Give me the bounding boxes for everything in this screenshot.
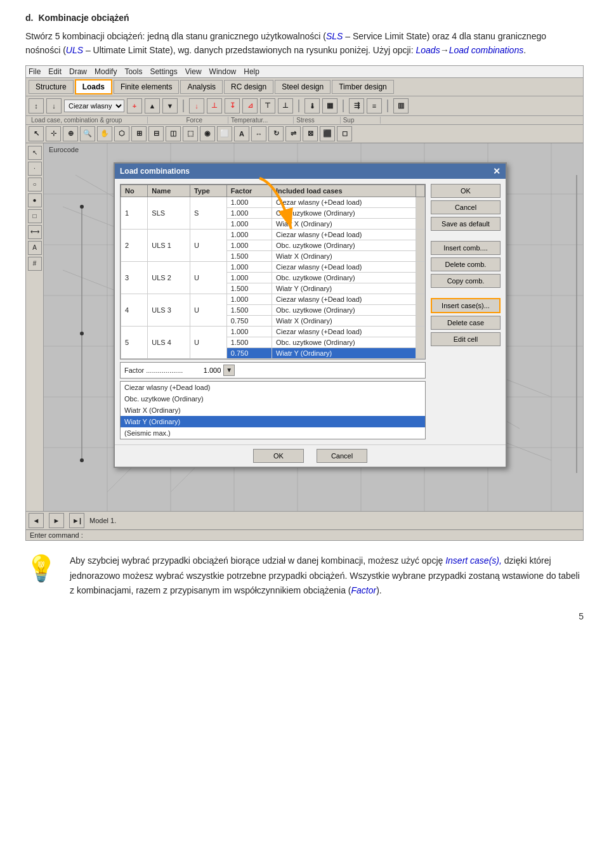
icon2-grid[interactable]: ⊞ xyxy=(131,126,147,141)
load-case-item[interactable]: Ciezar wlasny (+Dead load) xyxy=(121,382,425,393)
insert-comb-button[interactable]: Insert comb.... xyxy=(431,241,501,255)
load-case-dropdown[interactable]: Ciezar wlasny xyxy=(64,100,124,112)
nav-prev[interactable]: ◄ xyxy=(29,513,44,528)
icon-temp2[interactable]: ▦ xyxy=(322,98,337,113)
table-row[interactable]: 4 ULS 3 U 1.000 Ciezar wlasny (+Dead loa… xyxy=(121,294,425,304)
factor-dropdown-btn[interactable]: ▼ xyxy=(223,365,235,376)
sidebar-hash[interactable]: # xyxy=(28,257,42,271)
icon-force2[interactable]: ⊥ xyxy=(207,98,222,113)
sidebar-circle[interactable]: ○ xyxy=(28,178,42,191)
table-row[interactable]: 5 ULS 4 U 1.000 Ciezar wlasny (+Dead loa… xyxy=(121,326,425,337)
sidebar-dot[interactable]: ● xyxy=(28,193,42,207)
save-as-default-button[interactable]: Save as default xyxy=(431,217,501,231)
menu-file[interactable]: File xyxy=(29,67,41,76)
icon2-rotate[interactable]: ↻ xyxy=(268,126,284,141)
insert-cases-button[interactable]: Insert case(s)... xyxy=(431,298,501,313)
load-case-item[interactable]: Obc. uzytkowe (Ordinary) xyxy=(121,393,425,405)
icon-add-load[interactable]: + xyxy=(127,98,142,113)
icon-load-down[interactable]: ↓ xyxy=(46,98,62,113)
dialog-ok-bottom[interactable]: OK xyxy=(253,449,304,463)
label-force: Force xyxy=(148,117,228,124)
icon2-import[interactable]: ◻ xyxy=(337,126,352,141)
menu-tools[interactable]: Tools xyxy=(124,67,142,76)
menu-modify[interactable]: Modify xyxy=(95,67,117,76)
menu-edit[interactable]: Edit xyxy=(48,67,62,76)
icon2-dimension[interactable]: ↔ xyxy=(251,126,266,141)
tab-structure[interactable]: Structure xyxy=(29,80,74,94)
load-case-item[interactable]: (Seismic max.) xyxy=(121,427,425,439)
icon-temp1[interactable]: 🌡 xyxy=(304,98,320,113)
menu-window[interactable]: Window xyxy=(209,67,237,76)
cancel-button[interactable]: Cancel xyxy=(431,200,501,214)
icon2-layer[interactable]: ◫ xyxy=(166,126,181,141)
icon-arrow-down[interactable]: ▼ xyxy=(162,98,178,113)
sidebar-rect[interactable]: □ xyxy=(28,209,42,223)
copy-comb-button[interactable]: Copy comb. xyxy=(431,274,501,288)
menu-help[interactable]: Help xyxy=(244,67,259,76)
icon2-mirror[interactable]: ⇌ xyxy=(285,126,301,141)
tab-rc-design[interactable]: RC design xyxy=(224,80,273,94)
icon2-array[interactable]: ⊠ xyxy=(303,126,318,141)
edit-cell-button[interactable]: Edit cell xyxy=(431,332,501,346)
table-row[interactable]: 1 SLS S 1.000 Ciezar wlasny (+Dead load) xyxy=(121,197,425,207)
icon-force5[interactable]: ⊤ xyxy=(260,98,275,113)
dialog-close-button[interactable]: ✕ xyxy=(493,166,501,176)
icon-load-up-down[interactable]: ↕ xyxy=(29,98,44,113)
icon2-section[interactable]: ⬜ xyxy=(217,126,232,141)
menu-view[interactable]: View xyxy=(185,67,202,76)
icon2-text[interactable]: A xyxy=(234,126,249,141)
icon2-3d[interactable]: ⬚ xyxy=(183,126,198,141)
icon2-pan[interactable]: ✋ xyxy=(97,126,112,141)
tab-analysis[interactable]: Analysis xyxy=(180,80,223,94)
cell-case: Ciezar wlasny (+Dead load) xyxy=(272,261,416,272)
dialog-content: No Name Type Factor Included load cases xyxy=(115,179,506,444)
cell-case: Ciezar wlasny (+Dead load) xyxy=(272,229,416,240)
icon2-select[interactable]: ⊹ xyxy=(46,126,61,141)
load-case-item[interactable]: Wiatr X (Ordinary) xyxy=(121,405,425,416)
delete-comb-button[interactable]: Delete comb. xyxy=(431,257,501,271)
col-header-name: Name xyxy=(148,185,190,197)
icon-stress2[interactable]: ≡ xyxy=(367,98,382,113)
sidebar-span[interactable]: ⟷ xyxy=(28,225,42,239)
delete-case-button[interactable]: Delete case xyxy=(431,316,501,330)
toolbar-tabs: Structure Loads Finite elements Analysis… xyxy=(26,78,583,96)
icon2-snap[interactable]: ⊟ xyxy=(148,126,164,141)
combinations-table-container[interactable]: No Name Type Factor Included load cases xyxy=(120,184,426,360)
icon-arrow-up[interactable]: ▲ xyxy=(145,98,160,113)
label-sup: Sup xyxy=(341,117,381,124)
nav-end[interactable]: ►| xyxy=(69,513,84,528)
dialog-cancel-bottom[interactable]: Cancel xyxy=(317,449,367,463)
page-number: 5 xyxy=(25,611,584,621)
cell-no-3: 3 xyxy=(121,261,148,294)
icon2-render[interactable]: ◉ xyxy=(200,126,215,141)
icon-force6[interactable]: ⊥ xyxy=(278,98,293,113)
icon-force4[interactable]: ⊿ xyxy=(242,98,258,113)
icon2-lasso[interactable]: ⊕ xyxy=(63,126,78,141)
sidebar-node[interactable]: · xyxy=(28,162,42,176)
nav-next[interactable]: ► xyxy=(49,513,64,528)
toolbar-section-labels: Load case, combination & group Force Tem… xyxy=(26,116,583,125)
cell-case: Wiatr X (Ordinary) xyxy=(272,250,416,261)
icon-force3[interactable]: ↧ xyxy=(225,98,240,113)
icon2-export[interactable]: ⬛ xyxy=(320,126,335,141)
menu-settings[interactable]: Settings xyxy=(150,67,177,76)
icon-sup[interactable]: ▥ xyxy=(393,98,409,113)
tab-finite-elements[interactable]: Finite elements xyxy=(114,80,179,94)
icon-stress[interactable]: ⇶ xyxy=(349,98,364,113)
icon-force1[interactable]: ↓ xyxy=(189,98,204,113)
table-row[interactable]: 2 ULS 1 U 1.000 Ciezar wlasny (+Dead loa… xyxy=(121,229,425,240)
sidebar-text[interactable]: A xyxy=(28,241,42,255)
factor-input[interactable] xyxy=(183,366,221,374)
sidebar-pointer[interactable]: ↖ xyxy=(28,146,42,160)
icon2-zoom[interactable]: 🔍 xyxy=(80,126,95,141)
canvas-eurocode-label: Eurocode xyxy=(49,146,79,153)
tab-timber-design[interactable]: Timber design xyxy=(332,80,394,94)
icon2-view[interactable]: ⬡ xyxy=(114,126,129,141)
menu-draw[interactable]: Draw xyxy=(69,67,87,76)
tab-loads[interactable]: Loads xyxy=(75,79,112,94)
ok-button[interactable]: OK xyxy=(431,184,501,198)
tab-steel-design[interactable]: Steel design xyxy=(275,80,331,94)
table-row[interactable]: 3 ULS 2 U 1.000 Ciezar wlasny (+Dead loa… xyxy=(121,261,425,272)
load-case-item-selected[interactable]: Wiatr Y (Ordinary) xyxy=(121,416,425,427)
icon2-cursor[interactable]: ↖ xyxy=(29,126,44,141)
